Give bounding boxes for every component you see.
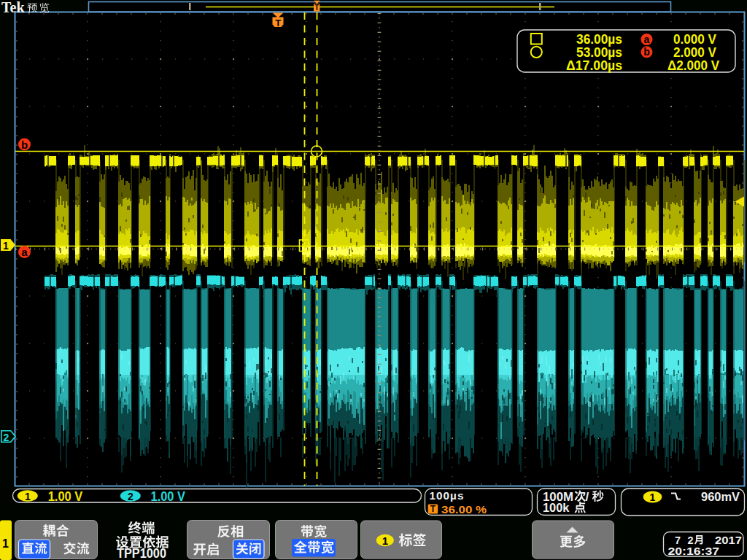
svg-text:1: 1 xyxy=(382,534,388,547)
svg-text:1.00 V: 1.00 V xyxy=(151,489,186,504)
svg-text:100k: 100k xyxy=(543,501,570,515)
svg-text:1: 1 xyxy=(2,537,9,550)
svg-text:/: / xyxy=(586,490,589,504)
svg-text:100µs: 100µs xyxy=(430,490,465,502)
svg-text:1: 1 xyxy=(25,491,31,502)
svg-text:b: b xyxy=(21,139,28,151)
svg-text:2: 2 xyxy=(128,491,133,502)
svg-text:1.00 V: 1.00 V xyxy=(48,489,83,504)
svg-text:1: 1 xyxy=(3,240,9,252)
svg-text:T: T xyxy=(314,4,319,12)
svg-text:TPP1000: TPP1000 xyxy=(117,546,166,560)
svg-text:960mV: 960mV xyxy=(701,490,740,503)
svg-text:a: a xyxy=(644,34,650,45)
svg-text:Δ2.000 V: Δ2.000 V xyxy=(667,58,719,73)
svg-text:a: a xyxy=(21,246,28,258)
svg-text:Tek: Tek xyxy=(1,0,25,15)
svg-text:T: T xyxy=(275,18,281,28)
svg-text:36.00 %: 36.00 % xyxy=(441,504,487,516)
svg-text:Δ17.00µs: Δ17.00µs xyxy=(566,58,622,73)
svg-text:2: 2 xyxy=(4,432,9,443)
svg-text:b: b xyxy=(643,46,650,58)
svg-text:1: 1 xyxy=(650,491,656,503)
svg-text:20:16:37: 20:16:37 xyxy=(668,545,720,557)
svg-text:T: T xyxy=(430,504,436,514)
